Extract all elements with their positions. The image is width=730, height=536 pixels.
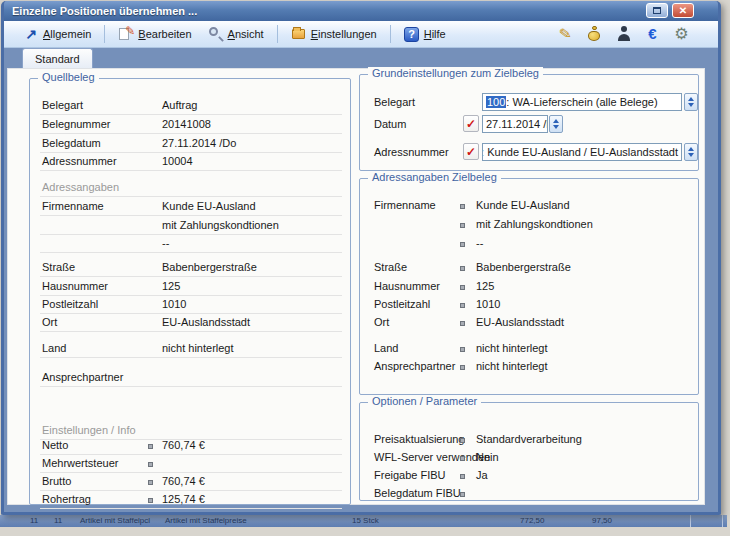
titlebar[interactable]: Einzelne Positionen übernehmen ... ✕	[4, 1, 718, 21]
datum-spinner[interactable]	[549, 115, 563, 133]
table-row: Adressnummer 10004	[40, 153, 342, 171]
table-row: Mehrwertsteuer	[40, 455, 342, 473]
equals-marker-icon	[460, 285, 465, 290]
datum-check-button[interactable]: ✓	[463, 115, 479, 132]
table-row: Brutto 760,74 €	[40, 473, 342, 491]
toolbar-button-einstellungen[interactable]: Einstellungen	[284, 24, 384, 44]
datum-field[interactable]: 27.11.2014 /Do	[482, 115, 548, 133]
field-value: --	[476, 237, 483, 249]
bg-cell: 97,50	[592, 516, 612, 525]
field-value: Kunde EU-Ausland	[476, 199, 570, 211]
table-row: Firmenname Kunde EU-Ausland	[364, 197, 692, 215]
table-row: Postleitzahl 1010	[364, 296, 692, 314]
equals-marker-icon	[148, 462, 153, 467]
field-value: EU-Auslandsstadt	[476, 316, 564, 328]
restore-button[interactable]	[646, 3, 668, 18]
table-row: Firmenname Kunde EU-Ausland	[40, 198, 342, 216]
toolbar-label: Allgemein	[43, 28, 91, 40]
field-label: Postleitzahl	[374, 298, 430, 310]
field-label: Hausnummer	[42, 280, 108, 292]
field-value: Nein	[476, 451, 499, 463]
table-row: Freigabe FIBU Ja	[364, 467, 692, 485]
equals-marker-icon	[460, 492, 465, 497]
table-row: Ort EU-Auslandsstadt	[364, 314, 692, 332]
bg-cell: 15 Stck	[352, 516, 379, 525]
form-row-adressnummer: Adressnummer ✓ 10004: Kunde EU-Ausland /…	[364, 143, 692, 163]
field-label: Rohertrag	[42, 493, 91, 505]
close-button[interactable]: ✕	[672, 3, 694, 18]
dialog-window: Einzelne Positionen übernehmen ... ✕ ↗ A…	[1, 1, 721, 515]
table-row: Ansprechpartner	[40, 369, 342, 387]
adressnummer-check-button[interactable]: ✓	[463, 143, 479, 160]
field-label: Firmenname	[374, 199, 436, 211]
equals-marker-icon	[148, 480, 153, 485]
field-label: Land	[374, 342, 398, 354]
belegart-combobox[interactable]: 100 : WA-Lieferschein (alle Belege)	[482, 93, 682, 111]
toolbar-button-allgemein[interactable]: ↗ Allgemein	[16, 24, 98, 44]
field-value: mit Zahlungskondtionen	[476, 218, 593, 230]
tab-page: Quellbeleg Belegart Auftrag Belegnummer …	[7, 68, 705, 505]
table-row: --	[40, 235, 342, 253]
jump-arrow-icon: ↗	[23, 26, 39, 42]
tab-standard[interactable]: Standard	[22, 48, 93, 68]
background-grid-row: 11 11 Artikel mit Staffelpcl Artikel mit…	[0, 515, 727, 527]
edit-page-icon: ✎	[118, 26, 134, 42]
toolbar-button-hilfe[interactable]: ? Hilfe	[397, 24, 453, 44]
selected-text: 100	[486, 96, 506, 108]
combobox-text: : WA-Lieferschein (alle Belege)	[506, 96, 657, 108]
field-label: Preisaktualsierung	[374, 433, 465, 445]
field-value: Auftrag	[162, 99, 197, 111]
table-row: Straße Babenbergerstraße	[364, 259, 692, 277]
spin-up-icon	[553, 119, 559, 123]
window-title: Einzelne Positionen übernehmen ...	[12, 5, 197, 17]
equals-marker-icon	[460, 438, 465, 443]
belegart-spinner[interactable]	[684, 93, 698, 111]
grid-divider	[722, 515, 723, 527]
field-value: nicht hinterlegt	[162, 342, 234, 354]
table-row: mit Zahlungskondtionen	[364, 216, 692, 234]
person-icon[interactable]	[615, 25, 632, 42]
adressnummer-combobox[interactable]: 10004: Kunde EU-Ausland / EU-Auslandssta…	[482, 143, 682, 161]
bg-cell: Artikel mit Staffelpcl	[80, 516, 150, 525]
folder-icon	[291, 26, 307, 42]
field-label: Land	[42, 342, 66, 354]
field-value: 125	[162, 280, 180, 292]
field-value: 10004	[162, 155, 193, 167]
euro-icon[interactable]: €	[644, 25, 661, 42]
table-row: Belegart Auftrag	[40, 97, 342, 115]
spin-up-icon	[688, 97, 694, 101]
gear-icon[interactable]: ⚙	[673, 25, 690, 42]
dialog-client-area: Standard Quellbeleg Belegart Auftrag Bel…	[4, 48, 718, 512]
field-value: 20141008	[162, 118, 211, 130]
table-row: Belegdatum 27.11.2014 /Do	[40, 135, 342, 153]
field-label: Adressnummer	[42, 155, 117, 167]
table-row: Straße Babenbergerstraße	[40, 259, 342, 277]
field-value: Kunde EU-Ausland	[162, 200, 256, 212]
groupbox-title: Quellbeleg	[38, 71, 99, 83]
equals-marker-icon	[460, 266, 465, 271]
table-row: Rohertrag 125,74 €	[40, 491, 342, 509]
money-bag-icon[interactable]	[586, 25, 603, 42]
field-label: Belegart	[374, 96, 415, 108]
field-value: 1010	[162, 298, 186, 310]
bg-cell: 11	[30, 516, 38, 525]
pen-icon[interactable]: ✎	[557, 25, 574, 42]
field-label: Ansprechpartner	[374, 360, 455, 372]
field-value: Babenbergerstraße	[162, 261, 257, 273]
groupbox-quellbeleg: Quellbeleg Belegart Auftrag Belegnummer …	[29, 78, 351, 505]
toolbar-label: Hilfe	[424, 28, 446, 40]
equals-marker-icon	[460, 303, 465, 308]
field-value: Standardverarbeitung	[476, 433, 582, 445]
table-row: --	[364, 235, 692, 253]
field-value: 1010	[476, 298, 500, 310]
adressnummer-spinner[interactable]	[684, 143, 698, 161]
spin-down-icon	[688, 153, 694, 157]
toolbar-button-ansicht[interactable]: Ansicht	[201, 24, 271, 44]
field-label: Postleitzahl	[42, 298, 98, 310]
toolbar-button-bearbeiten[interactable]: ✎ Bearbeiten	[111, 24, 198, 44]
section-header-adressangaben: Adressangaben	[40, 179, 342, 197]
toolbar-divider	[390, 25, 391, 43]
field-label: Ort	[374, 316, 389, 328]
field-label: Firmenname	[42, 200, 104, 212]
equals-marker-icon	[460, 347, 465, 352]
